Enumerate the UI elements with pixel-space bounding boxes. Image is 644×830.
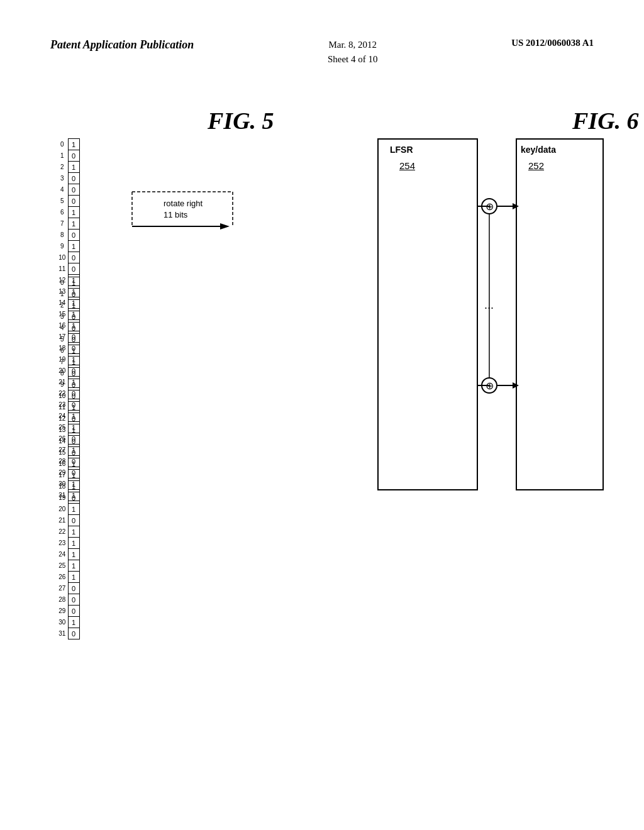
page: Patent Application Publication Mar. 8, 2… (0, 0, 644, 830)
bottom-num-row: 0 1 2 3 4 5 6 7 8 9 10 11 12 13 14 15 16… (57, 277, 68, 639)
pub-date: Mar. 8, 2012 (328, 40, 377, 50)
publication-title: Patent Application Publication (50, 38, 194, 52)
keydata-box (516, 138, 604, 490)
fig5-label: FIG. 5 (208, 107, 274, 135)
header-center: Mar. 8, 2012 Sheet 4 of 10 (328, 38, 378, 66)
lfsr-box (377, 138, 478, 490)
rotate-label: rotate right11 bits (164, 198, 203, 221)
pub-number: US 2012/0060038 A1 (511, 38, 594, 48)
ellipsis: ... (484, 299, 494, 312)
xor-top: ⊕ (481, 198, 497, 214)
keydata-label: key/data (521, 145, 556, 155)
fig5-bottom-grid: 0 1 2 3 4 5 6 7 8 9 10 11 12 13 14 15 16… (57, 277, 80, 639)
sheet-info: Sheet 4 of 10 (328, 54, 378, 64)
header: Patent Application Publication Mar. 8, 2… (0, 38, 644, 66)
lfsr-label: LFSR (390, 145, 413, 155)
xor-middle: ⊕ (481, 377, 497, 394)
fig6-container: LFSR 254 key/data 252 ⊕ ⊕ ... (358, 138, 623, 591)
bottom-bit-table: 0 1 2 3 4 5 6 7 8 9 10 11 12 13 14 15 16… (57, 277, 80, 639)
rotate-annotation: rotate right11 bits (126, 189, 252, 267)
keydata-num: 252 (528, 160, 544, 171)
lfsr-num: 254 (399, 160, 415, 171)
svg-marker-4 (220, 223, 230, 230)
bottom-bit-row: 1 0 1 0 0 0 1 1 0 0 0 1 0 1 0 0 1 1 1 0 (68, 277, 79, 639)
fig6-label: FIG. 6 (572, 107, 639, 135)
